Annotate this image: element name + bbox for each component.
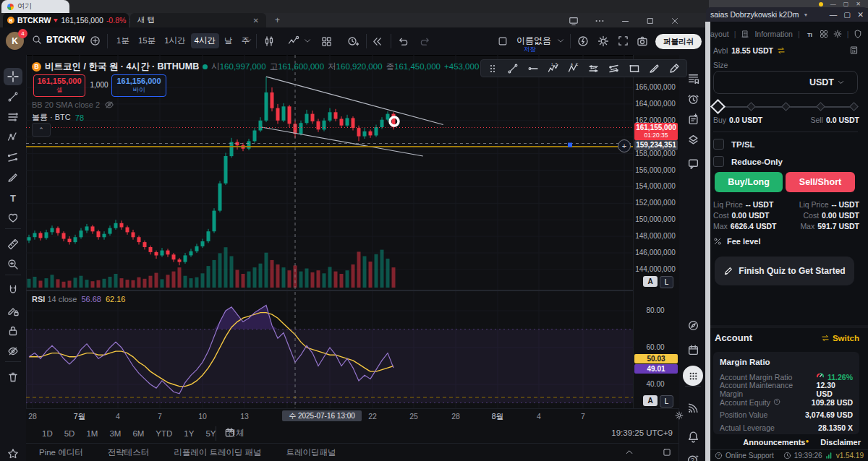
time-axis[interactable]: 수 2025-07-16 13:00 287월4710132225288월47 xyxy=(26,408,678,423)
background-browser-tab[interactable]: 여기 xyxy=(1,0,69,13)
layout-caret-icon[interactable] xyxy=(557,38,564,45)
remote-close-icon[interactable]: ✕ xyxy=(857,10,864,19)
zoom-icon[interactable] xyxy=(4,256,22,273)
emoji-icon[interactable] xyxy=(4,210,22,227)
brush-icon[interactable] xyxy=(4,169,22,186)
title-caret-icon[interactable]: ▼ xyxy=(804,12,809,17)
bg-close-icon[interactable]: ✕ xyxy=(856,1,861,7)
brush-tool-icon[interactable] xyxy=(647,61,663,76)
clock-utc[interactable]: 19:39:25 UTC+9 xyxy=(611,428,673,437)
information-menu[interactable]: Information xyxy=(754,30,793,38)
interval-4시간[interactable]: 4시간 xyxy=(191,33,219,48)
cast-icon[interactable] xyxy=(569,16,579,26)
interval-1분[interactable]: 1분 xyxy=(113,33,133,48)
flat-channel-tool-icon[interactable] xyxy=(586,61,602,76)
layout-menu[interactable]: ayout xyxy=(710,30,729,38)
buy-long-button[interactable]: Buy/Long xyxy=(715,172,783,192)
replay-icon[interactable] xyxy=(372,36,383,47)
slider-tick-100[interactable] xyxy=(849,102,859,111)
publish-button[interactable]: 퍼블리쉬 xyxy=(655,34,702,49)
objects-icon[interactable] xyxy=(684,131,702,148)
range-3M[interactable]: 3M xyxy=(106,428,124,439)
range-5Y[interactable]: 5Y xyxy=(203,428,218,439)
alert-add-icon[interactable] xyxy=(347,35,359,47)
sell-short-button[interactable]: Sell/Short xyxy=(786,172,855,192)
compare-add-icon[interactable] xyxy=(90,35,101,46)
slider-tick-75[interactable] xyxy=(816,102,825,111)
tab-btckrw[interactable]: B BTCKRW 161,156,000 -0.8% ✕ xyxy=(3,13,129,27)
buy-button[interactable]: 161,156,000바이 xyxy=(111,74,166,97)
tab-new[interactable]: 새 탭 ✕ xyxy=(130,13,266,27)
rect-tool-tool-icon[interactable] xyxy=(626,61,642,76)
intervals-caret-icon[interactable] xyxy=(244,38,252,45)
tradingview-logo-icon[interactable]: Tl xyxy=(805,30,814,39)
quick-search-icon[interactable] xyxy=(577,35,589,47)
notes-plus-icon[interactable] xyxy=(684,111,702,128)
remote-maximize-icon[interactable]: ▢ xyxy=(843,10,851,19)
streams-icon[interactable] xyxy=(684,399,702,416)
rsi-log-button[interactable]: L xyxy=(660,395,673,408)
bb-indicator-legend[interactable]: BB 20 SMA close 2 xyxy=(32,100,114,110)
trash-icon[interactable] xyxy=(4,369,22,386)
xabcd-tool-icon[interactable]: AC xyxy=(566,61,582,76)
range-1M[interactable]: 1M xyxy=(83,428,101,439)
lock-icon[interactable] xyxy=(4,322,22,340)
chart-canvas[interactable] xyxy=(26,55,633,408)
volume-legend[interactable]: 볼륨 · BTC 78 xyxy=(32,112,84,123)
eraser-tool-icon[interactable] xyxy=(667,61,683,76)
online-support[interactable]: Online Support xyxy=(726,452,774,460)
channels-icon[interactable] xyxy=(4,149,22,166)
slider-tick-50[interactable] xyxy=(781,102,791,111)
pattern-icon[interactable] xyxy=(4,129,22,146)
favorites-star-icon[interactable] xyxy=(4,445,22,461)
unit-dropdown[interactable]: USDT xyxy=(713,71,858,94)
reduce-only-checkbox[interactable] xyxy=(713,156,724,167)
settings-gear-icon[interactable] xyxy=(597,35,609,47)
range-YTD[interactable]: YTD xyxy=(153,428,175,439)
range-5D[interactable]: 5D xyxy=(61,428,78,439)
bg-maximize-icon[interactable]: ▢ xyxy=(843,1,849,7)
widgets-icon[interactable] xyxy=(820,30,828,38)
log-scale-button[interactable]: L xyxy=(660,276,673,288)
maximize-icon[interactable] xyxy=(646,16,655,26)
tpsl-option[interactable]: TP/SL xyxy=(713,139,755,150)
bottom-tab[interactable]: 리플레이 트레이딩 패널 xyxy=(174,447,261,458)
remote-minimize-icon[interactable]: — xyxy=(830,10,838,19)
bg-minimize-icon[interactable]: — xyxy=(830,1,836,7)
add-tab-icon[interactable]: + xyxy=(275,15,280,25)
price-axis[interactable]: 161,155,000 01:20:35 159,234,351 50.03 4… xyxy=(633,55,679,408)
indicators-caret-icon[interactable] xyxy=(304,38,311,45)
sell-button[interactable]: 161,155,000셀 xyxy=(33,74,85,97)
magnet-icon[interactable] xyxy=(4,282,22,299)
transfer-swap-icon[interactable] xyxy=(777,46,786,55)
slider-handle[interactable] xyxy=(710,99,726,114)
qty-field[interactable]: 1,000 xyxy=(88,81,110,89)
trendline-icon[interactable] xyxy=(4,88,22,105)
symbol-search[interactable]: BTCKRW xyxy=(32,35,85,45)
undo-icon[interactable] xyxy=(398,36,409,47)
panel-settings-icon[interactable] xyxy=(833,30,842,38)
interval-날[interactable]: 날 xyxy=(221,33,237,48)
chat-icon[interactable] xyxy=(684,155,702,172)
pane-collapse-button[interactable]: ⌃ xyxy=(32,123,51,137)
hidden-eye-icon[interactable] xyxy=(104,100,114,110)
drag-dots-tool-icon[interactable] xyxy=(485,61,501,76)
calculator-icon[interactable] xyxy=(849,46,859,55)
snapshot-camera-icon[interactable] xyxy=(637,35,648,47)
add-alert-plus-icon[interactable]: + xyxy=(618,139,631,152)
go-to-date-icon[interactable] xyxy=(224,427,235,438)
chart-title[interactable]: 비트코인 / 한국 원 · 4시간 · BITHUMB xyxy=(45,61,199,73)
crosshair-icon[interactable] xyxy=(4,68,22,85)
fullscreen-icon[interactable] xyxy=(618,35,629,46)
layout-grid-icon[interactable] xyxy=(321,36,332,47)
axis-settings-icon[interactable] xyxy=(675,411,684,420)
alert-clock-icon[interactable] xyxy=(684,90,702,108)
bottom-tab[interactable]: Pine 에디터 xyxy=(39,447,83,458)
gauge-icon[interactable] xyxy=(684,316,702,334)
new-tab-close-icon[interactable]: ✕ xyxy=(253,17,259,25)
draw-lock-icon[interactable] xyxy=(4,302,22,319)
bell-icon[interactable] xyxy=(684,428,702,445)
shield-icon[interactable] xyxy=(854,30,862,38)
panel-expand-icon[interactable] xyxy=(625,448,634,457)
panel-maximize-icon[interactable] xyxy=(663,448,671,457)
